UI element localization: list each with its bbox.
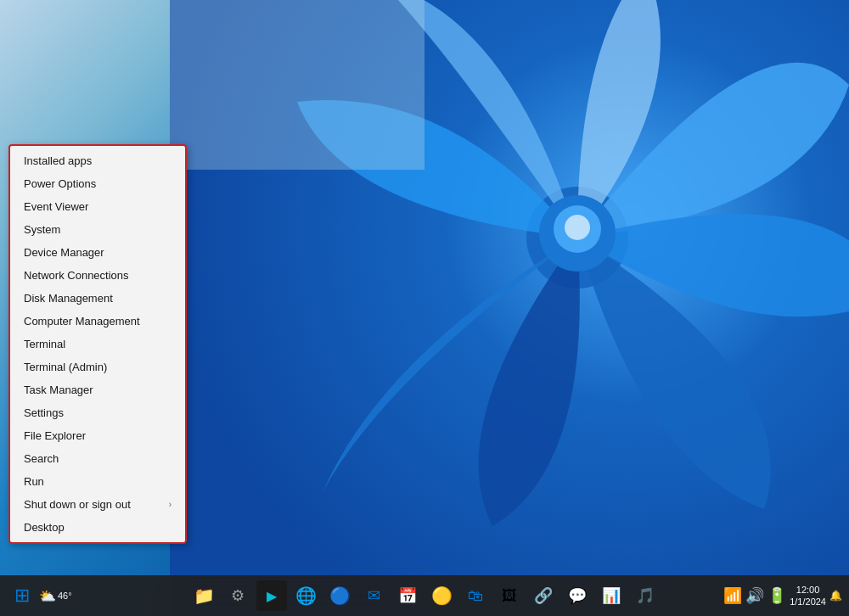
menu-item-label: System (24, 223, 60, 236)
menu-item-label: Event Viewer (24, 200, 88, 213)
start-button[interactable]: ⊞ (7, 580, 37, 611)
wallpaper-svg (170, 0, 849, 616)
taskbar-battery-icon[interactable]: 🔋 (767, 586, 786, 605)
taskbar: ⊞ ⛅ 46° 📁 ⚙ ▶ 🌐 🔵 ✉ 📅 🟡 🛍 🖼 🔗 💬 📊 🎵 (0, 575, 849, 616)
context-menu-item-13[interactable]: Search (10, 447, 185, 470)
weather-temp: 46° (58, 591, 72, 601)
taskbar-left-area: ⊞ ⛅ 46° (7, 580, 72, 611)
context-menu-item-14[interactable]: Run (10, 470, 185, 493)
taskbar-browser2[interactable]: 🔵 (324, 580, 355, 611)
menu-item-label: Task Manager (24, 384, 93, 396)
menu-item-label: Disk Management (24, 292, 113, 305)
taskbar-photos[interactable]: 🖼 (494, 580, 525, 611)
context-menu-item-0[interactable]: Installed apps (10, 149, 185, 172)
taskbar-mail[interactable]: ✉ (358, 580, 389, 611)
submenu-chevron-icon: › (169, 500, 171, 509)
menu-item-label: File Explorer (24, 429, 86, 442)
menu-item-label: Desktop (24, 521, 65, 534)
taskbar-notification[interactable]: 🔔 (829, 590, 842, 602)
menu-item-label: Run (24, 475, 44, 488)
menu-item-label: Power Options (24, 177, 96, 190)
taskbar-calendar[interactable]: 📅 (392, 580, 423, 611)
menu-item-label: Device Manager (24, 246, 104, 259)
menu-item-label: Shut down or sign out (24, 498, 131, 511)
clock-time: 12:00 (790, 584, 826, 596)
context-menu-item-6[interactable]: Disk Management (10, 287, 185, 310)
taskbar-store[interactable]: 🛍 (460, 580, 491, 611)
menu-item-label: Network Connections (24, 269, 129, 282)
taskbar-system-tray: 📶 🔊 🔋 12:00 1/1/2024 🔔 (723, 584, 842, 608)
taskbar-settings[interactable]: ⚙ (222, 580, 253, 611)
context-menu-item-16[interactable]: Desktop (10, 516, 185, 539)
context-menu-item-4[interactable]: Device Manager (10, 241, 185, 264)
taskbar-terminal[interactable]: ▶ (256, 580, 287, 611)
context-menu: Installed appsPower OptionsEvent ViewerS… (8, 144, 187, 544)
context-menu-item-7[interactable]: Computer Management (10, 310, 185, 333)
menu-item-label: Computer Management (24, 315, 140, 328)
context-menu-item-5[interactable]: Network Connections (10, 264, 185, 287)
taskbar-network-mgr[interactable]: 🔗 (528, 580, 559, 611)
clock-date: 1/1/2024 (790, 596, 826, 608)
taskbar-teams[interactable]: 💬 (562, 580, 593, 611)
taskbar-volume-icon[interactable]: 🔊 (745, 586, 764, 605)
svg-rect-5 (170, 0, 424, 170)
menu-item-label: Terminal (24, 338, 65, 350)
context-menu-item-2[interactable]: Event Viewer (10, 195, 185, 218)
context-menu-item-9[interactable]: Terminal (Admin) (10, 356, 185, 378)
taskbar-wifi-icon[interactable]: 📶 (723, 586, 742, 605)
context-menu-item-8[interactable]: Terminal (10, 333, 185, 356)
context-menu-item-10[interactable]: Task Manager (10, 378, 185, 401)
taskbar-app1[interactable]: 📊 (596, 580, 627, 611)
menu-item-label: Terminal (Admin) (24, 361, 107, 373)
context-menu-item-1[interactable]: Power Options (10, 172, 185, 195)
svg-point-4 (565, 215, 590, 240)
taskbar-app2[interactable]: 🎵 (630, 580, 661, 611)
context-menu-item-15[interactable]: Shut down or sign out› (10, 493, 185, 516)
taskbar-chrome[interactable]: 🟡 (426, 580, 457, 611)
menu-item-label: Settings (24, 406, 64, 419)
context-menu-item-12[interactable]: File Explorer (10, 424, 185, 447)
taskbar-edge[interactable]: 🌐 (290, 580, 321, 611)
context-menu-item-3[interactable]: System (10, 218, 185, 241)
menu-item-label: Installed apps (24, 154, 92, 167)
weather-widget[interactable]: ⛅ 46° (39, 588, 72, 604)
context-menu-item-11[interactable]: Settings (10, 401, 185, 424)
taskbar-file-explorer[interactable]: 📁 (188, 580, 219, 611)
taskbar-center-icons: 📁 ⚙ ▶ 🌐 🔵 ✉ 📅 🟡 🛍 🖼 🔗 💬 📊 🎵 (188, 580, 661, 611)
taskbar-clock[interactable]: 12:00 1/1/2024 (790, 584, 826, 608)
menu-item-label: Search (24, 452, 59, 465)
